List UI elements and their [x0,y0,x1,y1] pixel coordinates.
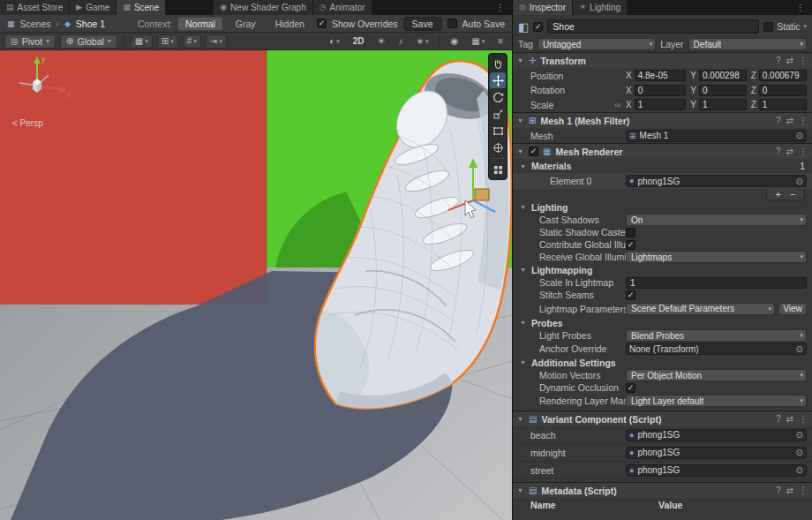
layer-dropdown[interactable]: Default ▾ [688,38,807,50]
pivot-button[interactable]: ◎ Pivot ▾ [4,34,56,49]
foldout-icon[interactable]: ▼ [517,416,524,422]
tab-animator[interactable]: ◷ Animator [313,0,372,15]
scale-y-field[interactable]: 1 [699,99,747,110]
help-icon[interactable]: ? [776,414,781,424]
foldout-icon[interactable]: ▼ [520,267,527,273]
scene-lighting-toggle[interactable]: ☀ [373,34,390,49]
context-normal-button[interactable]: Normal [177,17,223,31]
gameobject-name-field[interactable]: Shoe [547,19,759,34]
scale-z-field[interactable]: 1 [759,99,807,110]
foldout-icon[interactable]: ▼ [517,117,524,124]
context-hidden-button[interactable]: Hidden [268,18,312,30]
tab-scene[interactable]: ▦ Scene [117,0,165,15]
scene-more-button[interactable]: ≡ [493,34,508,49]
scale-in-lightmap-field[interactable]: 1 [626,277,807,289]
mesh-renderer-header[interactable]: ▼ ✓ ▦ Mesh Renderer ? ⇄ ⋮ [513,143,812,159]
view-button[interactable]: View [778,303,807,315]
materials-foldout[interactable]: ▼ Materials 1 [513,159,812,173]
view-tool-button[interactable] [490,56,506,72]
position-y-field[interactable]: 0.000298 [699,70,747,81]
preset-icon[interactable]: ⇄ [786,56,793,65]
transform-component-header[interactable]: ▼ ✛ Transform ? ⇄ ⋮ [513,52,812,68]
scene-visibility-toggle[interactable]: ◉ [446,34,462,49]
object-picker-icon[interactable]: ⊙ [796,430,803,440]
tag-dropdown[interactable]: Untagged ▾ [538,38,656,50]
preset-icon[interactable]: ⇄ [786,147,793,156]
scene-render[interactable]: y x < Persp [0,50,512,520]
component-enabled-checkbox[interactable]: ✓ [529,147,538,156]
inspector-pane-menu-icon[interactable]: ⋮ [793,3,808,12]
position-z-field[interactable]: 0.000679 [759,70,807,81]
metadata-component-header[interactable]: ▼ ▤ Metadata (Script) ? ⇄ ⋮ [513,482,812,498]
mesh-object-field[interactable]: ⊞ Mesh 1 ⊙ [626,130,807,142]
menu-icon[interactable]: ⋮ [799,116,808,125]
help-icon[interactable]: ? [776,147,781,156]
scale-x-field[interactable]: 1 [635,99,687,110]
menu-icon[interactable]: ⋮ [799,486,808,495]
rotation-y-field[interactable]: 0 [699,85,747,96]
foldout-icon[interactable]: ▼ [520,359,527,366]
cast-shadows-dropdown[interactable]: On▾ [626,214,807,226]
tab-game[interactable]: ▶ Game [70,0,116,15]
motion-vectors-dropdown[interactable]: Per Object Motion▾ [626,369,807,381]
perspective-label[interactable]: < Persp [12,118,43,128]
lightmapping-foldout[interactable]: ▼ Lightmapping [513,263,812,276]
receive-gi-dropdown[interactable]: Lightmaps▾ [626,251,807,263]
menu-icon[interactable]: ⋮ [799,414,808,424]
help-icon[interactable]: ? [776,116,781,125]
add-element-button[interactable]: + [776,190,781,199]
rendering-layer-mask-dropdown[interactable]: Light Layer default▾ [626,395,807,407]
foldout-icon[interactable]: ▼ [520,320,527,326]
move-tool-button[interactable] [490,72,506,88]
foldout-icon[interactable]: ▼ [517,487,524,494]
scene-pane-menu-icon[interactable]: ⋮ [493,3,508,12]
contribute-gi-checkbox[interactable]: ✓ [626,240,635,250]
rotation-z-field[interactable]: 0 [759,85,807,96]
foldout-icon[interactable]: ▼ [517,148,524,154]
element0-object-field[interactable]: ● phong1SG ⊙ [626,175,807,187]
object-picker-icon[interactable]: ⊙ [796,344,803,354]
lightmap-parameters-dropdown[interactable]: Scene Default Parameters▾ [626,303,775,315]
object-picker-icon[interactable]: ⊙ [796,465,803,475]
scale-tool-button[interactable] [490,106,506,122]
foldout-icon[interactable]: ▼ [517,57,524,64]
preset-icon[interactable]: ⇄ [786,414,793,424]
tab-lighting[interactable]: ☀ Lighting [573,0,627,15]
menu-icon[interactable]: ⋮ [799,56,808,65]
breadcrumb-shoe1[interactable]: Shoe 1 [76,19,105,29]
rotate-tool-button[interactable] [490,89,506,105]
increment-snap-button[interactable]: # ▾ [183,34,201,49]
midnight-material-field[interactable]: ● phong1SG ⊙ [626,447,807,459]
help-icon[interactable]: ? [776,486,781,495]
tab-inspector[interactable]: ◎ Inspector [513,0,572,15]
preset-icon[interactable]: ⇄ [786,486,793,495]
preset-icon[interactable]: ⇄ [786,116,793,125]
object-picker-icon[interactable]: ⊙ [796,131,803,140]
rotation-x-field[interactable]: 0 [635,85,687,96]
active-checkbox[interactable]: ✓ [533,22,543,32]
street-material-field[interactable]: ● phong1SG ⊙ [626,464,807,477]
stitch-seams-checkbox[interactable]: ✓ [626,290,635,300]
show-overrides-checkbox[interactable]: ✓ [317,19,327,28]
foldout-icon[interactable]: ▼ [520,204,527,210]
anchor-override-field[interactable]: None (Transform) ⊙ [626,343,807,355]
grid-snap-button[interactable]: ⊞ ▾ [157,34,178,49]
save-button[interactable]: Save [403,17,442,31]
additional-settings-foldout[interactable]: ▼ Additional Settings [513,356,812,369]
static-checkbox[interactable] [763,22,773,32]
dynamic-occlusion-checkbox[interactable]: ✓ [626,383,635,393]
menu-icon[interactable]: ⋮ [799,147,808,156]
lighting-foldout[interactable]: ▼ Lighting [513,200,812,214]
mesh-filter-header[interactable]: ▼ ⊞ Mesh 1 (Mesh Filter) ? ⇄ ⋮ [513,112,812,128]
scene-audio-toggle[interactable]: ♪ [395,34,408,49]
probes-foldout[interactable]: ▼ Probes [513,316,812,329]
gizmos-dropdown-button[interactable]: ▦ ▾ [467,34,489,49]
position-x-field[interactable]: 4.8e-05 [635,70,687,81]
light-probes-dropdown[interactable]: Blend Probes▾ [626,329,807,342]
custom-tool-button[interactable] [490,162,506,177]
tab-new-shader-graph[interactable]: ◉ New Shader Graph [214,0,312,15]
context-gray-button[interactable]: Gray [229,18,263,30]
2d-toggle-button[interactable]: 2D [349,34,369,49]
link-scale-icon[interactable]: ∞ [615,101,626,109]
shading-mode-button[interactable]: ◐ ▾ [325,34,344,49]
